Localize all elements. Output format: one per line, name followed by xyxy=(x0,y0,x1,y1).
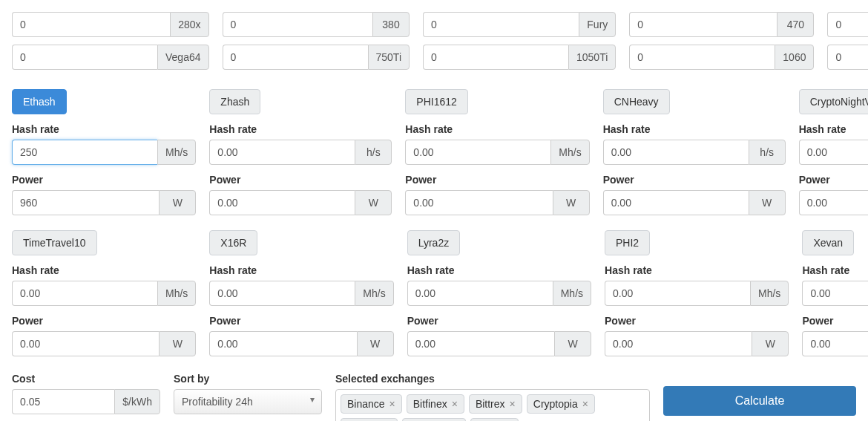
algorithm-row-2: TimeTravel10Hash rateMh/sPowerWX16RHash … xyxy=(12,230,856,356)
algorithm-column: ZhashHash rateh/sPowerW xyxy=(209,89,392,215)
gpu-count-input[interactable] xyxy=(12,45,157,70)
hash-rate-input[interactable] xyxy=(209,281,355,306)
hash-rate-label: Hash rate xyxy=(605,264,789,276)
power-input[interactable] xyxy=(12,190,159,215)
gpu-input-group: 1050Ti xyxy=(423,45,616,70)
hash-rate-label: Hash rate xyxy=(12,264,196,276)
power-label: Power xyxy=(209,174,392,186)
algorithm-button[interactable]: PHI1612 xyxy=(405,89,467,114)
gpu-label: 280x xyxy=(170,12,208,37)
calculate-button[interactable]: Calculate xyxy=(663,386,856,416)
gpu-count-input[interactable] xyxy=(629,12,777,37)
hash-rate-input[interactable] xyxy=(12,281,157,306)
hash-rate-input[interactable] xyxy=(405,140,550,165)
power-input[interactable] xyxy=(405,190,552,215)
gpu-count-input[interactable] xyxy=(223,45,368,70)
power-input[interactable] xyxy=(603,190,749,215)
exchanges-label: Selected exchanges xyxy=(335,373,650,385)
cost-label: Cost xyxy=(12,373,160,385)
algorithm-column: X16RHash rateMh/sPowerW xyxy=(209,230,393,356)
power-input[interactable] xyxy=(407,331,554,356)
power-input-group: W xyxy=(405,190,589,215)
close-icon[interactable]: × xyxy=(452,399,458,409)
hash-rate-label: Hash rate xyxy=(802,264,868,276)
hash-rate-input[interactable] xyxy=(802,281,868,306)
hash-rate-label: Hash rate xyxy=(405,123,589,135)
algorithm-button[interactable]: Xevan xyxy=(802,230,854,255)
sort-column: Sort by Profitability 24h Difficulty for… xyxy=(174,371,322,421)
power-label: Power xyxy=(12,315,196,327)
gpu-input-group: 280x xyxy=(12,12,209,37)
gpu-grid: 280x380Fury470480570580Vega56Vega64750Ti… xyxy=(12,12,856,70)
exchange-tag-label: Bittrex xyxy=(476,398,505,410)
hash-rate-input[interactable] xyxy=(407,281,553,306)
hash-rate-input-group: Mh/s xyxy=(802,281,868,306)
algorithm-button[interactable]: Lyra2z xyxy=(407,230,461,255)
hash-rate-input[interactable] xyxy=(603,140,749,165)
exchanges-box[interactable]: Binance×Bitfinex×Bittrex×Cryptopia×HitBT… xyxy=(335,389,650,421)
close-icon[interactable]: × xyxy=(510,399,516,409)
power-input[interactable] xyxy=(209,331,356,356)
exchange-tag[interactable]: HitBTC× xyxy=(341,418,398,421)
hash-rate-label: Hash rate xyxy=(209,264,393,276)
gpu-count-input[interactable] xyxy=(629,45,775,70)
hash-rate-unit: Mh/s xyxy=(553,281,591,306)
hash-rate-input[interactable] xyxy=(209,140,355,165)
algorithm-button[interactable]: CryptoNightV7 xyxy=(799,89,868,114)
power-input-group: W xyxy=(802,331,868,356)
gpu-input-group: 480 xyxy=(827,12,868,37)
gpu-label: 470 xyxy=(777,12,814,37)
close-icon[interactable]: × xyxy=(582,399,588,409)
hash-rate-input-group: Mh/s xyxy=(12,140,196,165)
gpu-count-input[interactable] xyxy=(223,12,373,37)
power-unit: W xyxy=(357,331,394,356)
power-input[interactable] xyxy=(12,331,159,356)
cost-input[interactable] xyxy=(12,389,114,414)
gpu-input-group: 1060 xyxy=(629,45,814,70)
power-input[interactable] xyxy=(605,331,752,356)
cost-unit: $/kWh xyxy=(114,389,160,414)
sort-by-select[interactable]: Profitability 24h xyxy=(174,389,322,414)
hash-rate-input[interactable] xyxy=(799,140,868,165)
algorithm-button[interactable]: TimeTravel10 xyxy=(12,230,97,255)
exchanges-column: Selected exchanges Binance×Bitfinex×Bitt… xyxy=(335,371,650,421)
hash-rate-input-group: Mh/s xyxy=(209,281,393,306)
algorithm-button[interactable]: Ethash xyxy=(12,89,67,114)
exchange-tag[interactable]: Bittrex× xyxy=(469,394,522,414)
power-input[interactable] xyxy=(802,331,868,356)
algorithm-button[interactable]: Zhash xyxy=(209,89,260,114)
gpu-label: 380 xyxy=(372,12,410,37)
algorithm-column: PHI2Hash rateMh/sPowerW xyxy=(605,230,789,356)
gpu-label: Vega64 xyxy=(157,45,209,70)
gpu-count-input[interactable] xyxy=(827,45,868,70)
power-input-group: W xyxy=(12,331,196,356)
gpu-count-input[interactable] xyxy=(827,12,868,37)
algorithm-column: EthashHash rateMh/sPowerW xyxy=(12,89,196,215)
hash-rate-input-group: Mh/s xyxy=(407,281,591,306)
exchange-tag[interactable]: Bitfinex× xyxy=(407,394,464,414)
exchange-tag[interactable]: YoBit× xyxy=(470,418,518,421)
gpu-count-input[interactable] xyxy=(423,45,568,70)
power-label: Power xyxy=(603,174,786,186)
hash-rate-input[interactable] xyxy=(12,140,157,165)
gpu-count-input[interactable] xyxy=(423,12,579,37)
power-label: Power xyxy=(802,315,868,327)
exchange-tag-label: Binance xyxy=(347,398,385,410)
algorithm-button[interactable]: PHI2 xyxy=(605,230,650,255)
hash-rate-unit: h/s xyxy=(749,140,786,165)
power-unit: W xyxy=(554,331,591,356)
exchange-tag[interactable]: Cryptopia× xyxy=(527,394,595,414)
gpu-count-input[interactable] xyxy=(12,12,170,37)
power-input[interactable] xyxy=(799,190,868,215)
exchange-tag[interactable]: Binance× xyxy=(341,394,402,414)
gpu-label: 1060 xyxy=(775,45,814,70)
sort-by-label: Sort by xyxy=(174,373,322,385)
hash-rate-unit: Mh/s xyxy=(157,140,196,165)
hash-rate-input[interactable] xyxy=(605,281,750,306)
exchange-tag[interactable]: Poloniex× xyxy=(402,418,466,421)
power-input[interactable] xyxy=(209,190,355,215)
algorithm-row-1: EthashHash rateMh/sPowerWZhashHash rateh… xyxy=(12,89,856,215)
algorithm-button[interactable]: CNHeavy xyxy=(603,89,670,114)
algorithm-button[interactable]: X16R xyxy=(209,230,257,255)
close-icon[interactable]: × xyxy=(389,399,395,409)
